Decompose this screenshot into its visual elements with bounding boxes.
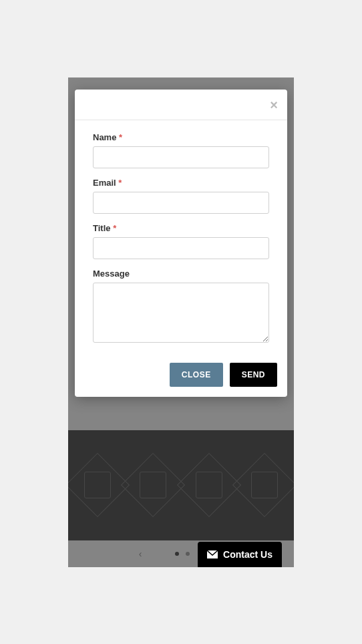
message-label: Message <box>93 269 269 279</box>
send-button[interactable]: SEND <box>230 363 277 387</box>
title-input[interactable] <box>93 237 269 259</box>
modal-header: × <box>75 90 287 120</box>
required-indicator: * <box>113 223 116 233</box>
close-button[interactable]: CLOSE <box>170 363 223 387</box>
contact-us-label: Contact Us <box>223 549 273 560</box>
message-textarea[interactable] <box>93 283 269 343</box>
title-label: Title * <box>93 223 269 233</box>
modal-footer: CLOSE SEND <box>75 363 287 397</box>
contact-us-tab[interactable]: Contact Us <box>198 542 282 567</box>
envelope-icon <box>207 550 218 558</box>
form-group-name: Name * <box>93 132 269 168</box>
close-icon[interactable]: × <box>270 98 278 113</box>
form-group-email: Email * <box>93 178 269 214</box>
form-group-message: Message <box>93 269 269 345</box>
contact-modal: × Name * Email * Title * <box>75 90 287 397</box>
name-label: Name * <box>93 132 269 142</box>
required-indicator: * <box>119 132 122 142</box>
form-group-title: Title * <box>93 223 269 259</box>
name-input[interactable] <box>93 146 269 168</box>
email-input[interactable] <box>93 192 269 214</box>
email-label: Email * <box>93 178 269 188</box>
modal-body: Name * Email * Title * <box>75 120 287 363</box>
app-viewport: even provide a review. ‹ × Name <box>68 77 294 567</box>
required-indicator: * <box>118 178 122 188</box>
